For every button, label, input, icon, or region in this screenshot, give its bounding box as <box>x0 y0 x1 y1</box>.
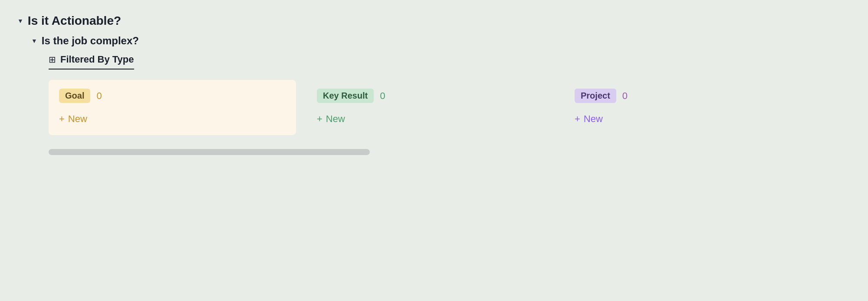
page-container: ▼ Is it Actionable? ▼ Is the job complex… <box>0 0 868 301</box>
badge-key-result: Key Result <box>317 89 374 103</box>
section-title: Is it Actionable? <box>28 14 121 28</box>
column-project-header: Project 0 <box>575 89 684 103</box>
section-header: ▼ Is it Actionable? <box>17 14 851 28</box>
columns-container: Goal 0 + New Key Result 0 + New <box>49 80 851 135</box>
column-goal: Goal 0 + New <box>49 80 296 135</box>
plus-goal-icon: + <box>59 113 65 125</box>
tab-filtered-by-type[interactable]: ⊞ Filtered By Type <box>49 54 134 69</box>
new-key-result-button[interactable]: + New <box>317 112 345 126</box>
subsection-title: Is the job complex? <box>42 35 139 47</box>
plus-project-icon: + <box>575 113 580 125</box>
column-key-result: Key Result 0 + New <box>306 80 554 135</box>
new-goal-label: New <box>68 113 87 125</box>
new-goal-button[interactable]: + New <box>59 112 87 126</box>
new-project-button[interactable]: + New <box>575 112 603 126</box>
subsection-chevron-icon[interactable]: ▼ <box>31 37 37 44</box>
subsection-header: ▼ Is the job complex? <box>31 35 851 47</box>
column-project: Project 0 + New <box>564 80 694 135</box>
count-goal: 0 <box>96 90 102 102</box>
new-key-result-label: New <box>326 113 345 125</box>
column-key-result-header: Key Result 0 <box>317 89 543 103</box>
column-goal-header: Goal 0 <box>59 89 286 103</box>
badge-goal: Goal <box>59 89 90 103</box>
new-project-label: New <box>584 113 603 125</box>
plus-key-result-icon: + <box>317 113 322 125</box>
tab-container: ⊞ Filtered By Type <box>49 54 851 69</box>
tab-label: Filtered By Type <box>60 54 134 65</box>
scrollbar-track[interactable] <box>49 149 370 155</box>
table-icon: ⊞ <box>49 54 56 65</box>
subsection: ▼ Is the job complex? ⊞ Filtered By Type… <box>31 35 851 155</box>
count-project: 0 <box>622 90 628 102</box>
scrollbar-container <box>49 149 851 155</box>
section-chevron-icon[interactable]: ▼ <box>17 17 23 24</box>
count-key-result: 0 <box>380 90 385 102</box>
badge-project: Project <box>575 89 616 103</box>
